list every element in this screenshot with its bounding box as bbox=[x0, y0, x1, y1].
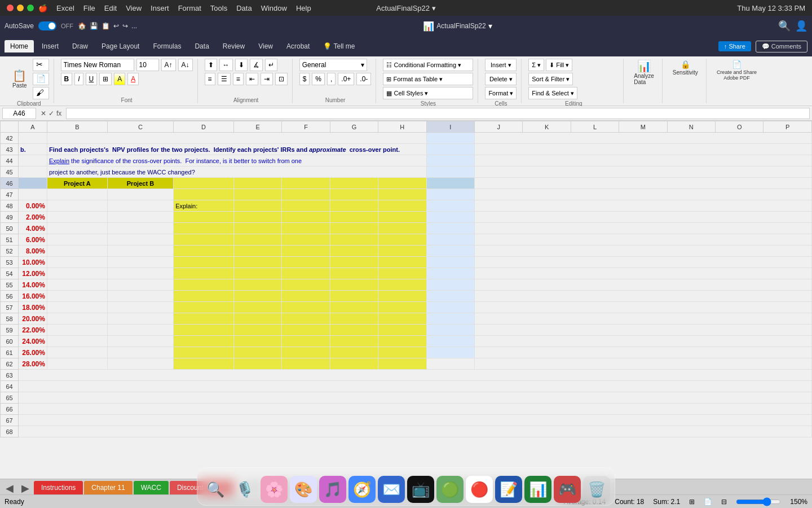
tab-formulas[interactable]: Formulas bbox=[147, 40, 187, 52]
cell-G59[interactable] bbox=[330, 325, 378, 336]
cell-F59[interactable] bbox=[282, 325, 330, 336]
fill-button[interactable]: ⬇ Fill ▾ bbox=[546, 59, 572, 71]
view-menu[interactable]: View bbox=[126, 4, 142, 12]
row-header-46[interactable]: 46 bbox=[1, 178, 19, 189]
font-name-input[interactable] bbox=[61, 59, 134, 71]
help-menu[interactable]: Help bbox=[296, 4, 311, 12]
cell-A54[interactable]: 12.00% bbox=[19, 268, 47, 279]
cell-G48[interactable] bbox=[330, 200, 378, 212]
cell-A52[interactable]: 8.00% bbox=[19, 246, 47, 257]
excel-menu[interactable]: Excel bbox=[56, 4, 74, 12]
cell-B46[interactable]: Project A bbox=[47, 178, 107, 189]
dock-launchpad[interactable]: 🎨 bbox=[290, 476, 317, 503]
cell-row65[interactable] bbox=[19, 392, 812, 404]
col-header-H[interactable]: H bbox=[378, 121, 426, 133]
cell-J53[interactable] bbox=[474, 257, 811, 268]
cell-J56[interactable] bbox=[474, 291, 811, 302]
comma-button[interactable]: , bbox=[327, 73, 336, 85]
dock-word[interactable]: 📝 bbox=[495, 476, 522, 503]
cell-D52[interactable] bbox=[174, 246, 234, 257]
cell-H50[interactable] bbox=[378, 223, 426, 234]
row-header-52[interactable]: 52 bbox=[1, 246, 19, 257]
font-color-button[interactable]: A bbox=[127, 73, 139, 85]
cell-E48[interactable] bbox=[233, 200, 281, 212]
dock-excel[interactable]: 📊 bbox=[524, 476, 551, 503]
col-header-C[interactable]: C bbox=[107, 121, 173, 133]
cell-B42[interactable] bbox=[47, 133, 426, 144]
cell-D47[interactable] bbox=[174, 189, 234, 200]
col-header-O[interactable]: O bbox=[715, 121, 763, 133]
dock-siri[interactable]: 🎙️ bbox=[231, 476, 258, 503]
border-button[interactable]: ⊞ bbox=[99, 73, 112, 85]
edit-menu[interactable]: Edit bbox=[104, 4, 117, 12]
cell-C56[interactable] bbox=[107, 291, 173, 302]
cell-I58[interactable] bbox=[426, 313, 474, 325]
dock-safari[interactable]: 🧭 bbox=[348, 476, 376, 503]
cell-A42[interactable] bbox=[19, 133, 47, 144]
minimize-button[interactable] bbox=[17, 5, 24, 11]
dock-mail[interactable]: ✉️ bbox=[378, 476, 405, 503]
sheet-tab-wacc[interactable]: WACC bbox=[134, 481, 169, 494]
row-header-63[interactable]: 63 bbox=[1, 370, 19, 381]
page-layout-view-icon[interactable]: 📄 bbox=[704, 498, 712, 506]
dock-podcasts[interactable]: 🎵 bbox=[319, 476, 346, 503]
cell-J46[interactable] bbox=[474, 178, 811, 189]
cell-D57[interactable] bbox=[174, 302, 234, 313]
indent-increase-button[interactable]: ⇥ bbox=[261, 73, 273, 85]
cell-D59[interactable] bbox=[174, 325, 234, 336]
cell-H61[interactable] bbox=[378, 347, 426, 358]
col-header-F[interactable]: F bbox=[282, 121, 330, 133]
cell-A43[interactable]: b. bbox=[19, 144, 47, 155]
cell-A61[interactable]: 26.00% bbox=[19, 347, 47, 358]
data-menu[interactable]: Data bbox=[236, 4, 251, 12]
row-header-62[interactable]: 62 bbox=[1, 358, 19, 370]
cell-E60[interactable] bbox=[233, 336, 281, 347]
tab-home[interactable]: Home bbox=[5, 40, 34, 52]
cell-G60[interactable] bbox=[330, 336, 378, 347]
row-header-56[interactable]: 56 bbox=[1, 291, 19, 302]
row-header-53[interactable]: 53 bbox=[1, 257, 19, 268]
cell-C50[interactable] bbox=[107, 223, 173, 234]
font-size-input[interactable] bbox=[136, 59, 159, 71]
tab-data[interactable]: Data bbox=[189, 40, 214, 52]
paste-button[interactable]: 📋 Paste bbox=[9, 68, 30, 90]
align-right-button[interactable]: ≡ bbox=[233, 73, 244, 85]
cell-D48[interactable]: Explain: bbox=[174, 200, 234, 212]
row-header-65[interactable]: 65 bbox=[1, 392, 19, 404]
cell-B53[interactable] bbox=[47, 257, 107, 268]
cell-I43[interactable] bbox=[426, 144, 474, 155]
cell-J49[interactable] bbox=[474, 212, 811, 223]
comments-button[interactable]: 💬 Comments bbox=[756, 41, 807, 52]
tab-review[interactable]: Review bbox=[217, 40, 250, 52]
cell-F53[interactable] bbox=[282, 257, 330, 268]
cell-C55[interactable] bbox=[107, 279, 173, 291]
save-icon[interactable]: 💾 bbox=[90, 22, 98, 30]
sensitivity-button[interactable]: 🔒 Sensitivity bbox=[669, 59, 701, 77]
cell-A45[interactable] bbox=[19, 167, 47, 178]
tab-tell-me[interactable]: 💡 Tell me bbox=[317, 40, 360, 52]
cell-B54[interactable] bbox=[47, 268, 107, 279]
cell-J59[interactable] bbox=[474, 325, 811, 336]
cell-A48[interactable]: 0.00% bbox=[19, 200, 47, 212]
file-menu[interactable]: File bbox=[83, 4, 95, 12]
cell-G54[interactable] bbox=[330, 268, 378, 279]
align-left-button[interactable]: ≡ bbox=[205, 73, 215, 85]
cell-F48[interactable] bbox=[282, 200, 330, 212]
share-button[interactable]: ↑ Share bbox=[718, 41, 751, 51]
col-header-I[interactable]: I bbox=[426, 121, 474, 133]
cell-G52[interactable] bbox=[330, 246, 378, 257]
cell-I62[interactable] bbox=[426, 358, 474, 370]
tab-insert[interactable]: Insert bbox=[36, 40, 64, 52]
cell-G53[interactable] bbox=[330, 257, 378, 268]
cell-G50[interactable] bbox=[330, 223, 378, 234]
cell-A55[interactable]: 14.00% bbox=[19, 279, 47, 291]
underline-button[interactable]: U bbox=[86, 73, 98, 85]
cell-D58[interactable] bbox=[174, 313, 234, 325]
cell-C51[interactable] bbox=[107, 234, 173, 246]
sort-filter-button[interactable]: Sort & Filter ▾ bbox=[528, 73, 573, 85]
cell-reference-box[interactable] bbox=[2, 108, 36, 119]
cell-H56[interactable] bbox=[378, 291, 426, 302]
col-header-M[interactable]: M bbox=[619, 121, 667, 133]
cell-D49[interactable] bbox=[174, 212, 234, 223]
cell-I57[interactable] bbox=[426, 302, 474, 313]
